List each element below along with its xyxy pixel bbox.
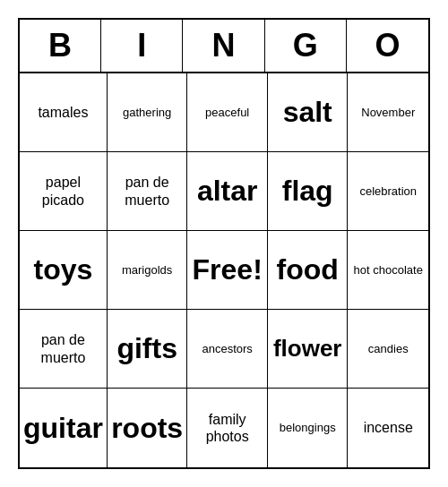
- bingo-cell-19: candies: [348, 310, 428, 389]
- cell-text-22: family photos: [191, 411, 263, 445]
- bingo-letter-b: B: [20, 20, 101, 72]
- bingo-cell-2: peaceful: [187, 73, 268, 152]
- cell-text-9: celebration: [359, 184, 417, 199]
- bingo-letter-g: G: [265, 20, 347, 72]
- bingo-letter-n: N: [183, 20, 264, 72]
- bingo-letter-o: O: [347, 20, 428, 72]
- bingo-cell-0: tamales: [20, 73, 108, 152]
- bingo-cell-1: gathering: [108, 73, 188, 152]
- cell-text-0: tamales: [38, 104, 88, 121]
- cell-text-1: gathering: [123, 106, 171, 120]
- bingo-cell-12: Free!: [187, 231, 268, 310]
- cell-text-11: marigolds: [122, 263, 172, 278]
- cell-text-14: hot chocolate: [354, 263, 423, 278]
- cell-text-20: guitar: [23, 411, 103, 445]
- cell-text-19: candies: [368, 342, 409, 356]
- cell-text-5: papel picado: [23, 174, 103, 208]
- bingo-cell-24: incense: [348, 389, 428, 467]
- cell-text-3: salt: [283, 95, 332, 129]
- bingo-cell-4: November: [348, 73, 428, 152]
- cell-text-12: Free!: [193, 252, 263, 286]
- cell-text-2: peaceful: [205, 106, 249, 120]
- cell-text-15: pan de muerto: [23, 331, 103, 365]
- cell-text-17: ancestors: [202, 342, 252, 356]
- bingo-cell-15: pan de muerto: [20, 310, 108, 389]
- cell-text-7: altar: [197, 174, 258, 208]
- cell-text-23: belongings: [280, 421, 336, 435]
- bingo-cell-23: belongings: [268, 389, 349, 467]
- bingo-cell-16: gifts: [108, 310, 188, 389]
- bingo-cell-10: toys: [20, 231, 108, 310]
- bingo-cell-5: papel picado: [20, 152, 108, 231]
- bingo-cell-7: altar: [187, 152, 268, 231]
- bingo-cell-22: family photos: [187, 389, 268, 467]
- bingo-grid: tamalesgatheringpeacefulsaltNovemberpape…: [20, 73, 428, 467]
- bingo-card: BINGO tamalesgatheringpeacefulsaltNovemb…: [18, 18, 430, 469]
- bingo-cell-14: hot chocolate: [348, 231, 428, 310]
- bingo-cell-8: flag: [268, 152, 349, 231]
- bingo-cell-11: marigolds: [108, 231, 188, 310]
- cell-text-6: pan de muerto: [111, 174, 184, 208]
- cell-text-10: toys: [34, 252, 93, 286]
- cell-text-18: flower: [273, 335, 342, 363]
- bingo-letter-i: I: [101, 20, 183, 72]
- cell-text-16: gifts: [116, 331, 177, 365]
- bingo-cell-18: flower: [268, 310, 349, 389]
- bingo-cell-13: food: [268, 231, 349, 310]
- bingo-header: BINGO: [20, 20, 428, 73]
- cell-text-4: November: [361, 106, 415, 120]
- cell-text-24: incense: [364, 419, 413, 436]
- bingo-cell-6: pan de muerto: [108, 152, 188, 231]
- cell-text-8: flag: [282, 174, 333, 208]
- bingo-cell-21: roots: [108, 389, 188, 467]
- bingo-cell-17: ancestors: [187, 310, 268, 389]
- cell-text-21: roots: [111, 411, 183, 445]
- cell-text-13: food: [277, 252, 339, 286]
- bingo-cell-3: salt: [268, 73, 349, 152]
- bingo-cell-20: guitar: [20, 389, 108, 467]
- bingo-cell-9: celebration: [348, 152, 428, 231]
